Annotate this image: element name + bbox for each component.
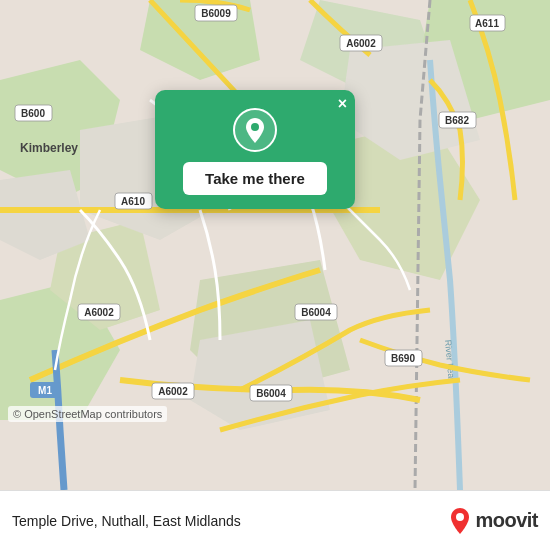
take-me-there-button[interactable]: Take me there — [183, 162, 327, 195]
svg-text:A6002: A6002 — [84, 307, 114, 318]
moovit-logo: moovit — [449, 507, 538, 535]
popup-close-button[interactable]: × — [338, 96, 347, 112]
svg-text:B690: B690 — [391, 353, 415, 364]
svg-text:B6004: B6004 — [256, 388, 286, 399]
copyright-text: © OpenStreetMap contributors — [8, 406, 167, 422]
svg-text:A6002: A6002 — [158, 386, 188, 397]
svg-text:A6002: A6002 — [346, 38, 376, 49]
svg-text:B6004: B6004 — [301, 307, 331, 318]
svg-point-46 — [251, 123, 259, 131]
svg-text:Kimberley: Kimberley — [20, 141, 78, 155]
popup-card: × Take me there — [155, 90, 355, 209]
svg-point-47 — [456, 513, 464, 521]
moovit-pin-icon — [449, 507, 471, 535]
svg-text:A611: A611 — [475, 18, 499, 29]
svg-text:B600: B600 — [21, 108, 45, 119]
svg-text:M1: M1 — [38, 385, 52, 396]
bottom-bar: Temple Drive, Nuthall, East Midlands moo… — [0, 490, 550, 550]
map-container: River Lean B6009 — [0, 0, 550, 490]
moovit-brand-text: moovit — [475, 509, 538, 532]
svg-text:B682: B682 — [445, 115, 469, 126]
location-label: Temple Drive, Nuthall, East Midlands — [12, 513, 241, 529]
location-pin-icon — [233, 108, 277, 152]
svg-text:B6009: B6009 — [201, 8, 231, 19]
svg-text:A610: A610 — [121, 196, 145, 207]
